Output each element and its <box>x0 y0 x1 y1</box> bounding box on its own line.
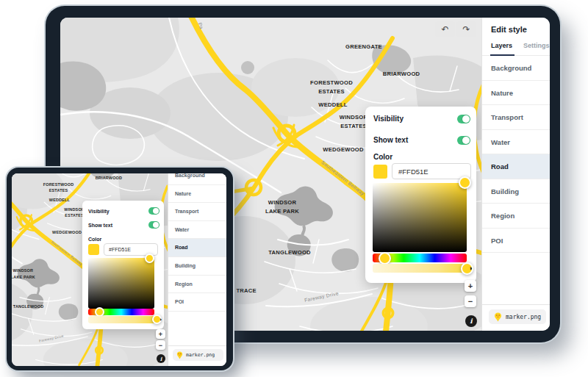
opacity-slider[interactable] <box>373 264 467 273</box>
layer-item-water[interactable]: Water <box>482 130 550 155</box>
layer-item-transport[interactable]: Transport <box>168 203 226 221</box>
tab-layers[interactable]: Layers <box>491 42 512 49</box>
tab-settings[interactable]: Settings <box>523 42 550 49</box>
info-button[interactable]: i <box>157 354 165 363</box>
sv-handle[interactable] <box>459 176 471 189</box>
color-swatch[interactable] <box>88 244 99 255</box>
sv-handle[interactable] <box>145 254 154 263</box>
page-title: Edit style <box>482 18 550 34</box>
layer-item-background[interactable]: Background <box>482 56 550 81</box>
layers-panel-small: BackgroundNatureTransportWaterRoadBuildi… <box>168 173 226 366</box>
phone-screen: Visibility Show text Color ◑ <box>12 173 226 366</box>
layer-style-popover-small: Visibility Show text Color ◑ <box>82 201 164 329</box>
asset-label: marker.png <box>186 352 215 358</box>
contrast-icon: ◑ <box>468 265 472 272</box>
layer-item-nature[interactable]: Nature <box>168 185 226 204</box>
layer-item-building[interactable]: Building <box>168 257 226 276</box>
undo-redo-group: ↶ ↷ <box>435 21 476 37</box>
hex-color-input[interactable] <box>392 163 471 179</box>
asset-label: marker.png <box>506 314 541 320</box>
color-label: Color <box>373 153 392 161</box>
marker-thumbnail <box>176 351 183 359</box>
layer-item-poi[interactable]: POI <box>168 293 226 312</box>
marker-asset-chip[interactable]: marker.png <box>489 309 546 324</box>
layer-item-region[interactable]: Region <box>482 204 550 229</box>
zoom-in-button[interactable]: + <box>465 280 476 292</box>
contrast-icon: ◑ <box>159 317 162 322</box>
layer-item-building[interactable]: Building <box>482 179 550 204</box>
show-text-toggle[interactable] <box>148 221 159 229</box>
color-label: Color <box>88 237 101 242</box>
visibility-toggle[interactable] <box>148 207 159 215</box>
layer-list: BackgroundNatureTransportWaterRoadBuildi… <box>168 173 226 312</box>
layer-item-poi[interactable]: POI <box>482 229 550 254</box>
saturation-value-picker[interactable] <box>373 183 467 252</box>
show-text-label: Show text <box>373 136 408 144</box>
visibility-label: Visibility <box>88 209 110 214</box>
color-swatch[interactable] <box>373 165 387 179</box>
edit-style-sidebar: Edit style Layers Settings BackgroundNat… <box>481 18 550 331</box>
layer-item-road[interactable]: Road <box>168 239 226 257</box>
visibility-toggle[interactable] <box>457 115 470 123</box>
layer-style-popover: Visibility Show text Color ◑ <box>365 107 476 283</box>
show-text-toggle[interactable] <box>457 136 470 145</box>
zoom-out-button[interactable]: − <box>156 340 165 350</box>
saturation-value-picker[interactable] <box>88 258 154 309</box>
visibility-label: Visibility <box>373 115 404 123</box>
hue-handle[interactable] <box>379 252 391 265</box>
layer-item-transport[interactable]: Transport <box>482 105 550 130</box>
layer-list: BackgroundNatureTransportWaterRoadBuildi… <box>482 56 550 253</box>
info-button[interactable]: i <box>465 315 477 327</box>
layer-item-nature[interactable]: Nature <box>482 81 550 106</box>
layer-item-road[interactable]: Road <box>482 154 550 179</box>
layer-item-water[interactable]: Water <box>168 221 226 240</box>
sidebar-tabs: Layers Settings <box>482 34 550 56</box>
layer-item-region[interactable]: Region <box>168 276 226 294</box>
stage: ↶ ↷ Visibility Show text Color <box>0 0 588 377</box>
zoom-in-button[interactable]: + <box>156 329 165 339</box>
asset-area: marker.png <box>482 304 550 331</box>
opacity-slider[interactable] <box>88 316 156 323</box>
show-text-label: Show text <box>88 223 112 228</box>
phone-device: Visibility Show text Color ◑ <box>7 168 233 370</box>
layer-item-background[interactable]: Background <box>168 173 226 185</box>
zoom-out-button[interactable]: − <box>465 295 476 307</box>
redo-button[interactable]: ↷ <box>456 21 476 37</box>
undo-button[interactable]: ↶ <box>435 21 455 37</box>
marker-asset-chip[interactable]: marker.png <box>173 349 223 361</box>
marker-thumbnail <box>494 312 502 322</box>
asset-area: marker.png <box>168 345 226 366</box>
